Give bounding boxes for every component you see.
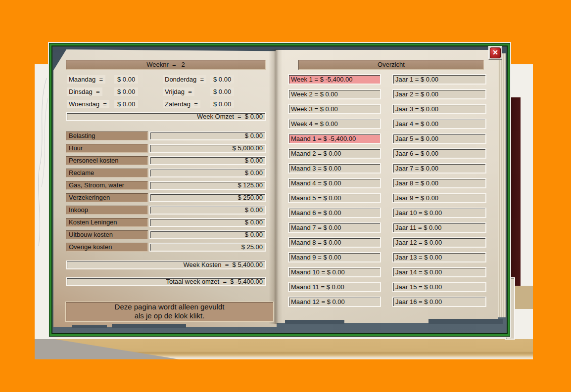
overview-year-field: Jaar 3 = $ 0.00: [392, 104, 486, 114]
expense-value-field: $ 125.00: [149, 181, 266, 190]
week-omzet-band: Week Omzet = $ 0.00: [66, 112, 266, 121]
day-value: $ 0.00: [210, 75, 234, 84]
overview-period-field: Week 2 = $ 0.00: [288, 89, 381, 99]
overview-period-field: Maand 9 = $ 0.00: [288, 252, 381, 262]
totaal-week-omzet-band: Totaal week omzet = $ -5,400.00: [66, 277, 266, 286]
overview-year-field: Jaar 12 = $ 0.00: [392, 237, 486, 248]
day-label: Zaterdag =: [163, 100, 200, 108]
note-box: Deze pagina wordt alleen gevuldt als je …: [65, 302, 274, 322]
day-label: Donderdag =: [163, 75, 206, 84]
overview-year-field: Jaar 7 = $ 0.00: [392, 163, 486, 174]
overview-header: Overzicht: [298, 60, 484, 70]
overview-year-field: Jaar 9 = $ 0.00: [392, 193, 486, 203]
page-stack-edge: [498, 53, 506, 317]
expense-label: Belasting: [66, 131, 148, 140]
overview-period-field: Maand 11 = $ 0.00: [288, 282, 381, 292]
expense-row: Huur $ 5,000.00: [66, 144, 266, 153]
expense-label: Kosten Leningen: [66, 218, 148, 227]
overview-period-field: Maand 12 = $ 0.00: [288, 297, 381, 307]
expense-row: Reclame $ 0.00: [66, 169, 266, 177]
close-button[interactable]: ✕: [488, 46, 502, 60]
expense-label: Gas, Stroom, water: [66, 181, 148, 190]
expense-value-field: $ 0.00: [149, 230, 266, 239]
expense-row: Kosten Leningen $ 0.00: [66, 218, 266, 227]
expense-label: Overige kosten: [66, 243, 148, 252]
expense-label: Personeel kosten: [66, 156, 148, 165]
expense-label: Inkoop: [66, 206, 148, 215]
expense-label: Huur: [66, 144, 148, 153]
book-edge-detail: [285, 320, 344, 324]
expense-value-field: $ 0.00: [149, 131, 266, 140]
day-row: Zaterdag = $ 0.00: [163, 99, 267, 111]
day-row: Woensdag = $ 0.00: [67, 99, 163, 111]
overview-period-field: Week 4 = $ 0.00: [288, 119, 381, 129]
overview-period-field: Maand 6 = $ 0.00: [288, 208, 381, 218]
day-value: $ 0.00: [210, 87, 234, 96]
overview-year-field: Jaar 4 = $ 0.00: [392, 119, 486, 129]
overview-year-field: Jaar 15 = $ 0.00: [392, 282, 486, 292]
overview-year-field: Jaar 13 = $ 0.00: [392, 252, 486, 262]
expense-value-field: $ 5,000.00: [149, 144, 266, 153]
day-value: $ 0.00: [114, 75, 138, 84]
expense-row: Overige kosten $ 25.00: [66, 243, 266, 252]
expense-row: Verzekeringen $ 250.00: [66, 193, 266, 202]
expense-row: Personeel kosten $ 0.00: [66, 156, 266, 165]
day-value: $ 0.00: [114, 87, 138, 96]
expenses-list: Belasting $ 0.00 Huur $ 5,000.00 Persone…: [66, 131, 266, 252]
day-label: Maandag =: [67, 75, 105, 84]
day-row: Vrijdag = $ 0.00: [163, 87, 267, 99]
background-object: [514, 286, 533, 309]
expense-value-field: $ 25.00: [149, 243, 266, 252]
overview-period-field: Maand 1 = $ -5,400.00: [288, 133, 381, 144]
days-grid: Maandag = $ 0.00 Dinsdag = $ 0.00 Woensd…: [67, 74, 267, 111]
day-row: Maandag = $ 0.00: [67, 74, 163, 87]
day-value: $ 0.00: [210, 100, 234, 108]
overview-period-field: Maand 3 = $ 0.00: [288, 163, 381, 174]
open-book: Weeknr = 2 Maandag = $ 0.00 Dinsdag = $ …: [52, 46, 507, 333]
expense-row: Gas, Stroom, water $ 125.00: [66, 181, 266, 190]
book-edge-detail: [112, 324, 186, 328]
expense-label: Reclame: [66, 169, 148, 177]
overview-period-field: Week 1 = $ -5,400.00: [288, 74, 381, 85]
expense-value-field: $ 0.00: [149, 169, 266, 177]
expense-label: Verzekeringen: [66, 193, 148, 202]
wall-sketch-decoration: [36, 68, 48, 296]
expense-value-field: $ 250.00: [149, 193, 266, 202]
expense-row: Inkoop $ 0.00: [66, 206, 266, 215]
expense-row: Uitbouw kosten $ 0.00: [66, 230, 266, 239]
overview-period-field: Maand 4 = $ 0.00: [288, 178, 381, 188]
book-edge-detail: [72, 325, 107, 328]
week-kosten-band: Week Kosten = $ 5,400.00: [66, 261, 266, 269]
overview-period-field: Maand 7 = $ 0.00: [288, 222, 381, 233]
expense-value-field: $ 0.00: [149, 218, 266, 227]
day-row: Dinsdag = $ 0.00: [67, 87, 163, 99]
overview-period-field: Maand 10 = $ 0.00: [288, 267, 381, 277]
close-icon: ✕: [490, 47, 501, 58]
overview-year-field: Jaar 5 = $ 0.00: [392, 133, 486, 144]
overview-year-field: Jaar 16 = $ 0.00: [392, 297, 486, 307]
expense-label: Uitbouw kosten: [66, 230, 148, 239]
overview-period-field: Maand 5 = $ 0.00: [288, 193, 381, 203]
week-number-header: Weeknr = 2: [66, 60, 266, 70]
overview-year-list: Jaar 1 = $ 0.00Jaar 2 = $ 0.00Jaar 3 = $…: [392, 74, 486, 307]
overview-period-field: Maand 8 = $ 0.00: [288, 237, 381, 248]
book-spine-shadow: [269, 49, 283, 324]
overview-year-field: Jaar 2 = $ 0.00: [392, 89, 486, 99]
day-label: Dinsdag =: [67, 87, 102, 96]
overview-period-list: Week 1 = $ -5,400.00Week 2 = $ 0.00Week …: [288, 74, 381, 307]
day-row: Donderdag = $ 0.00: [163, 74, 267, 87]
overview-year-field: Jaar 10 = $ 0.00: [392, 208, 486, 218]
overview-year-field: Jaar 6 = $ 0.00: [392, 148, 486, 159]
overview-year-field: Jaar 8 = $ 0.00: [392, 178, 486, 188]
expense-value-field: $ 0.00: [149, 156, 266, 165]
day-label: Vrijdag =: [163, 87, 194, 96]
day-value: $ 0.00: [114, 100, 138, 108]
book-edge-detail: [428, 319, 503, 324]
overview-year-field: Jaar 1 = $ 0.00: [392, 74, 486, 85]
ledger-window: Weeknr = 2 Maandag = $ 0.00 Dinsdag = $ …: [48, 42, 511, 338]
day-label: Woensdag =: [67, 100, 109, 108]
note-line-1: Deze pagina wordt alleen gevuldt: [66, 303, 273, 311]
note-line-2: als je op de klok klikt.: [66, 311, 273, 320]
overview-period-field: Maand 2 = $ 0.00: [288, 148, 381, 159]
overview-year-field: Jaar 11 = $ 0.00: [392, 222, 486, 233]
